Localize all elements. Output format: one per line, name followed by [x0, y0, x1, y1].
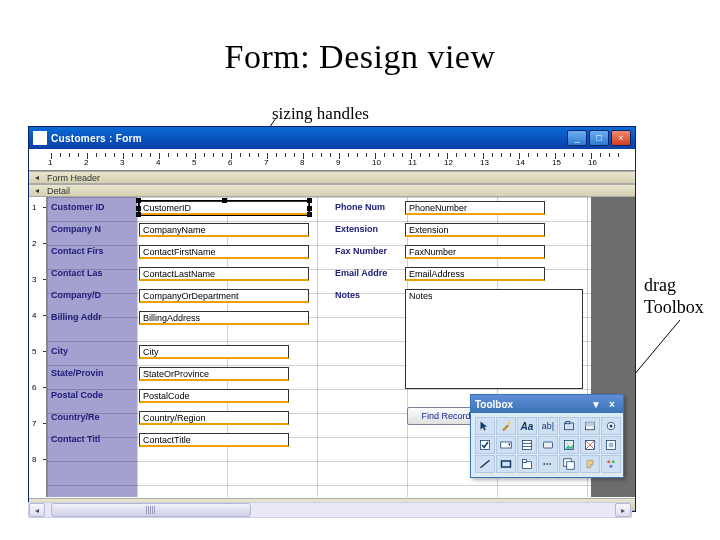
label-companyordepartment[interactable]: Company/D [51, 290, 101, 300]
svg-point-2 [508, 422, 511, 425]
tool-lst[interactable] [517, 436, 537, 454]
svg-rect-4 [566, 422, 570, 424]
field-stateorprovince[interactable]: StateOrProvince [139, 367, 289, 381]
sizing-handle[interactable] [136, 206, 141, 211]
label-contactlastname[interactable]: Contact Las [51, 268, 103, 278]
scrollbar-horizontal[interactable]: ◂ ▸ [28, 502, 632, 518]
form-icon [33, 131, 47, 145]
label-faxnumber[interactable]: Fax Number [335, 246, 387, 256]
sizing-handle[interactable] [307, 206, 312, 211]
svg-point-29 [610, 465, 613, 468]
sizing-handle[interactable] [136, 212, 141, 217]
toolbox-dropdown-icon[interactable]: ▼ [589, 398, 603, 410]
label-contactfirstname[interactable]: Contact Firs [51, 246, 104, 256]
field-contactlastname[interactable]: ContactLastName [139, 267, 309, 281]
close-button[interactable]: × [611, 130, 631, 146]
label-city[interactable]: City [51, 346, 68, 356]
tool-tgl[interactable] [580, 417, 600, 435]
ruler-vertical[interactable]: 12345678 [29, 197, 47, 497]
tool-grp[interactable] [559, 417, 579, 435]
sizing-handle[interactable] [222, 198, 227, 203]
tool-Aa[interactable]: Aa [517, 417, 537, 435]
tool-more[interactable] [580, 455, 600, 473]
slide-title: Form: Design view [0, 38, 720, 76]
tool-cmb[interactable] [496, 436, 516, 454]
label-customerid[interactable]: Customer ID [51, 202, 105, 212]
label-phonenumber[interactable]: Phone Num [335, 202, 385, 212]
tool-rect[interactable] [496, 455, 516, 473]
label-postalcode[interactable]: Postal Code [51, 390, 103, 400]
maximize-button[interactable]: □ [589, 130, 609, 146]
field-customerid[interactable]: CustomerID [139, 201, 309, 215]
svg-rect-6 [586, 422, 595, 426]
toolbox-titlebar[interactable]: Toolbox ▼ × [471, 395, 623, 413]
field-postalcode[interactable]: PostalCode [139, 389, 289, 403]
field-country/region[interactable]: Country/Region [139, 411, 289, 425]
window-title: Customers : Form [51, 133, 565, 144]
tool-line[interactable] [475, 455, 495, 473]
tool-ptr[interactable] [475, 417, 495, 435]
label-country/region[interactable]: Country/Re [51, 412, 100, 422]
field-contactfirstname[interactable]: ContactFirstName [139, 245, 309, 259]
svg-rect-19 [609, 443, 614, 448]
annotation-sizing-handles: sizing handles [272, 104, 369, 124]
section-form-header[interactable]: Form Header [29, 171, 635, 184]
sizing-handle[interactable] [136, 198, 141, 203]
toolbox-body: Aaab| [471, 413, 623, 477]
sizing-handle[interactable] [307, 198, 312, 203]
field-phonenumber[interactable]: PhoneNumber [405, 201, 545, 215]
tool-img[interactable] [559, 436, 579, 454]
sizing-handle[interactable] [307, 212, 312, 217]
tool-opt[interactable] [601, 417, 621, 435]
field-notes[interactable]: Notes [405, 289, 583, 389]
svg-line-20 [481, 460, 490, 468]
annotation-drag-toolbox: drag Toolbox [644, 275, 704, 318]
field-companyordepartment[interactable]: CompanyOrDepartment [139, 289, 309, 303]
tool-ubd[interactable] [601, 436, 621, 454]
field-contacttitle[interactable]: ContactTitle [139, 433, 289, 447]
field-emailaddress[interactable]: EmailAddress [405, 267, 545, 281]
ruler-horizontal[interactable]: 12345678910111213141516 [29, 153, 635, 171]
section-detail[interactable]: Detail [29, 184, 635, 197]
label-companyname[interactable]: Company N [51, 224, 101, 234]
label-contacttitle[interactable]: Contact Titl [51, 434, 100, 444]
label-stateorprovince[interactable]: State/Provin [51, 368, 104, 378]
field-companyname[interactable]: CompanyName [139, 223, 309, 237]
svg-rect-14 [544, 442, 553, 448]
svg-rect-26 [567, 462, 575, 470]
svg-point-27 [607, 460, 610, 463]
tool-wiz[interactable] [496, 417, 516, 435]
field-city[interactable]: City [139, 345, 289, 359]
scroll-thumb[interactable] [51, 503, 251, 517]
svg-point-28 [612, 460, 615, 463]
label-emailaddress[interactable]: Email Addre [335, 268, 387, 278]
svg-rect-21 [502, 461, 511, 467]
toolbox-panel[interactable]: Toolbox ▼ × Aaab| [470, 394, 624, 478]
scroll-left-button[interactable]: ◂ [29, 503, 45, 517]
svg-point-16 [566, 442, 568, 444]
svg-point-8 [610, 425, 613, 428]
svg-rect-11 [523, 441, 532, 450]
field-faxnumber[interactable]: FaxNumber [405, 245, 545, 259]
tool-tab[interactable] [517, 455, 537, 473]
tool-ab|[interactable]: ab| [538, 417, 558, 435]
svg-rect-23 [523, 460, 527, 463]
tool-btn[interactable] [538, 436, 558, 454]
toolbox-close-icon[interactable]: × [605, 398, 619, 410]
label-billingaddress[interactable]: Billing Addr [51, 312, 102, 322]
tool-sub[interactable] [559, 455, 579, 473]
tool-pgb[interactable] [538, 455, 558, 473]
tool-ufr[interactable] [580, 436, 600, 454]
field-billingaddress[interactable]: BillingAddress [139, 311, 309, 325]
tool-chk[interactable] [475, 436, 495, 454]
field-extension[interactable]: Extension [405, 223, 545, 237]
label-extension[interactable]: Extension [335, 224, 378, 234]
scroll-right-button[interactable]: ▸ [615, 503, 631, 517]
minimize-button[interactable]: _ [567, 130, 587, 146]
label-notes[interactable]: Notes [335, 290, 360, 300]
titlebar[interactable]: Customers : Form _ □ × [29, 127, 635, 149]
toolbox-title-text: Toolbox [475, 399, 587, 410]
tool-oth[interactable] [601, 455, 621, 473]
